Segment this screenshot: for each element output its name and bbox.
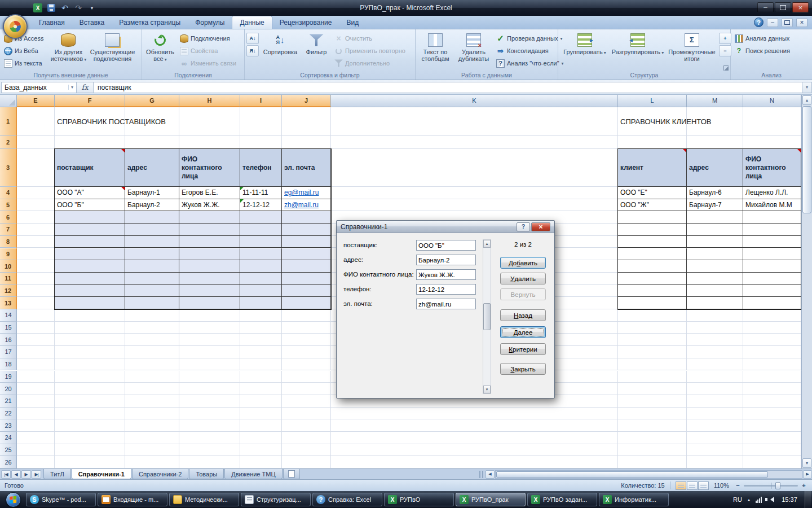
grid-cell[interactable]: [282, 334, 331, 346]
grid-cell[interactable]: [687, 358, 743, 371]
minimize-button[interactable]: [757, 2, 774, 12]
row-header-15[interactable]: 15: [0, 322, 17, 334]
clients-table-cell[interactable]: [687, 248, 743, 261]
grid-cell[interactable]: [17, 395, 55, 408]
grid-cell[interactable]: [240, 432, 282, 444]
suppliers-table-cell[interactable]: [282, 236, 331, 248]
grid-cell[interactable]: [125, 395, 179, 408]
grid-cell[interactable]: [125, 371, 179, 383]
show-detail-button[interactable]: +: [719, 33, 731, 44]
grid-cell[interactable]: [618, 432, 687, 444]
ungroup-button[interactable]: Разгруппировать: [611, 31, 665, 69]
suppliers-table-cell[interactable]: [282, 211, 331, 224]
grid-cell[interactable]: [179, 107, 240, 136]
last-sheet-icon[interactable]: [32, 470, 41, 479]
grid-cell[interactable]: [331, 419, 618, 432]
row-header-17[interactable]: 17: [0, 346, 17, 358]
grid-cell[interactable]: [17, 444, 55, 457]
suppliers-table-cell[interactable]: Барнаул-2: [125, 199, 179, 212]
grid-cell[interactable]: [743, 419, 801, 432]
sheet-tab-ТитЛ[interactable]: ТитЛ: [43, 469, 71, 479]
dialog-title-bar[interactable]: Справочники-1: [337, 221, 554, 233]
grid-cell[interactable]: [282, 309, 331, 322]
grid-cell[interactable]: [17, 199, 55, 212]
clients-table-cell[interactable]: ООО "Е": [618, 187, 687, 199]
grid-cell[interactable]: [17, 211, 55, 224]
clients-table-cell[interactable]: [743, 285, 801, 297]
grid-cell[interactable]: [618, 456, 687, 468]
grid-cell[interactable]: [282, 383, 331, 395]
grid-cell[interactable]: [17, 136, 55, 149]
grid-cell[interactable]: [179, 456, 240, 468]
grid-cell[interactable]: [179, 432, 240, 444]
ribbon-tab-Данные[interactable]: Данные: [232, 16, 272, 29]
suppliers-table-cell[interactable]: [125, 211, 179, 224]
grid-cell[interactable]: [240, 346, 282, 358]
clients-table-cell[interactable]: [618, 248, 687, 261]
data-analysis-button[interactable]: Анализ данных: [732, 33, 792, 44]
grid-cell[interactable]: [687, 383, 743, 395]
grid-cell[interactable]: [17, 456, 55, 468]
grid-cell[interactable]: [687, 395, 743, 408]
grid-cell[interactable]: [55, 395, 125, 408]
formula-input[interactable]: поставщик: [94, 82, 802, 93]
suppliers-table-cell[interactable]: [179, 285, 240, 297]
row-header-5[interactable]: 5: [0, 199, 17, 212]
next-sheet-icon[interactable]: [21, 470, 31, 479]
grid-cell[interactable]: [55, 432, 125, 444]
grid-cell[interactable]: [55, 444, 125, 457]
suppliers-table-cell[interactable]: [240, 297, 282, 309]
clients-table-cell[interactable]: Барнаул-7: [687, 199, 743, 212]
row-header-2[interactable]: 2: [0, 136, 17, 149]
sheet-tab-Движение ТМЦ[interactable]: Движение ТМЦ: [224, 469, 282, 479]
clients-table-cell[interactable]: [618, 260, 687, 273]
dialog-field-input-1[interactable]: Барнаул-2: [416, 255, 476, 265]
clients-table-cell[interactable]: [687, 236, 743, 248]
grid-cell[interactable]: [282, 395, 331, 408]
grid-cell[interactable]: [17, 419, 55, 432]
clients-table-cell[interactable]: [687, 211, 743, 224]
grid-cell[interactable]: [55, 346, 125, 358]
grid-cell[interactable]: [240, 309, 282, 322]
dialog-field-input-2[interactable]: Жуков Ж.Ж.: [416, 269, 476, 280]
grid-cell[interactable]: [17, 322, 55, 334]
from-text-button[interactable]: Из текста: [2, 58, 46, 69]
row-header-25[interactable]: 25: [0, 444, 17, 457]
grid-cell[interactable]: [282, 136, 331, 149]
grid-cell[interactable]: [743, 322, 801, 334]
grid-cell[interactable]: [17, 149, 55, 187]
grid-cell[interactable]: [55, 419, 125, 432]
suppliers-table-cell[interactable]: Барнаул-1: [125, 187, 179, 199]
scroll-left-icon[interactable]: [486, 470, 495, 479]
grid-cell[interactable]: [687, 408, 743, 420]
suppliers-table-cell[interactable]: [55, 297, 125, 309]
grid-cell[interactable]: [55, 136, 125, 149]
clients-table-cell[interactable]: [743, 260, 801, 273]
grid-cell[interactable]: [179, 358, 240, 371]
name-box[interactable]: База_данных▾: [1, 82, 77, 93]
taskbar-button-0[interactable]: Skype™ - pod...: [26, 493, 96, 506]
clients-table-cell[interactable]: ООО "Ж": [618, 199, 687, 212]
grid-cell[interactable]: [17, 358, 55, 371]
suppliers-table-cell[interactable]: [240, 248, 282, 261]
suppliers-table-cell[interactable]: [179, 236, 240, 248]
clients-table-cell[interactable]: [687, 224, 743, 236]
scroll-down-icon[interactable]: [802, 458, 811, 468]
row-header-13[interactable]: 13: [0, 297, 17, 309]
clients-table-cell[interactable]: Лещенко Л.Л.: [743, 187, 801, 199]
grid-cell[interactable]: [55, 456, 125, 468]
suppliers-table-cell[interactable]: [282, 248, 331, 261]
row-header-1[interactable]: 1: [0, 107, 17, 136]
undo-button[interactable]: [59, 2, 71, 14]
grid-cell[interactable]: [618, 358, 687, 371]
grid-cell[interactable]: [743, 371, 801, 383]
column-header-K[interactable]: K: [331, 95, 618, 107]
taskbar-button-5[interactable]: РУПвО: [384, 493, 454, 506]
grid-cell[interactable]: [687, 136, 743, 149]
row-header-19[interactable]: 19: [0, 371, 17, 383]
row-header-8[interactable]: 8: [0, 236, 17, 248]
connections-button[interactable]: Подключения: [178, 33, 239, 44]
dialog-button-4[interactable]: Далее: [500, 326, 546, 338]
filter-button[interactable]: Фильтр: [302, 31, 331, 69]
suppliers-table-cell[interactable]: [55, 285, 125, 297]
